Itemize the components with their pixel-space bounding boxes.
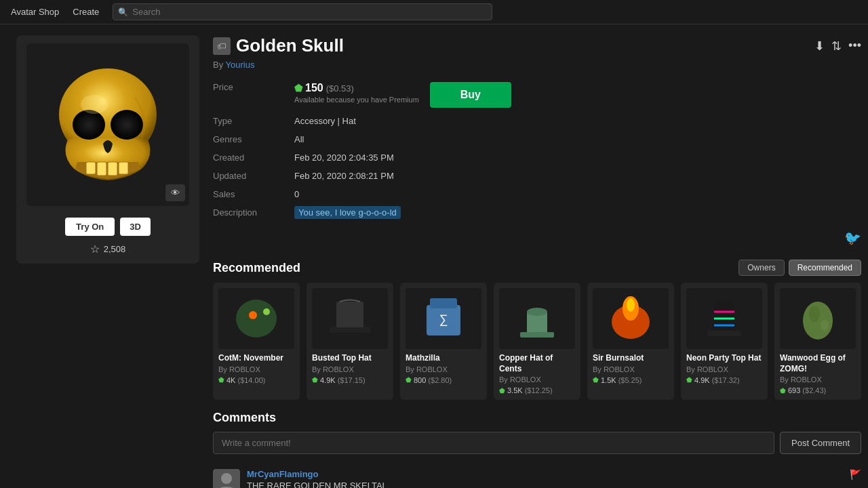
robux-icon-small: ⬟ <box>312 376 318 384</box>
buy-button[interactable]: Buy <box>430 82 511 108</box>
genres-label: Genres <box>213 130 294 148</box>
item-price-usd: ($17.32) <box>712 376 740 384</box>
item-controls: Try On 3D <box>65 218 151 236</box>
create-nav[interactable]: Create <box>73 7 99 17</box>
by-label: By <box>213 60 226 70</box>
svg-point-27 <box>803 302 833 340</box>
sales-row: Sales 0 <box>213 185 861 203</box>
item-card[interactable]: Wanwood Egg of ZOMG! By ROBLOX ⬟ 693 ($2… <box>774 283 861 400</box>
item-card[interactable]: Copper Hat of Cents By ROBLOX ⬟ 3.5K ($1… <box>494 283 580 400</box>
comment-input[interactable] <box>213 432 774 454</box>
more-options-btn[interactable]: ••• <box>848 39 861 53</box>
item-price-usd: ($12.25) <box>525 386 553 394</box>
svg-rect-3 <box>108 162 117 176</box>
twitter-share-btn[interactable]: 🐦 <box>844 230 861 246</box>
svg-rect-17 <box>520 332 554 338</box>
owners-filter-btn[interactable]: Owners <box>738 260 784 276</box>
detail-panel: 🏷 Golden Skull ⬇ ⇅ ••• By Yourius Price <box>213 35 861 254</box>
3d-button[interactable]: 3D <box>120 218 151 236</box>
item-panel: 👁 Try On 3D ☆ 2,508 <box>16 35 199 264</box>
item-card[interactable]: Sir Burnsalot By ROBLOX ⬟ 1.5K ($5.25) <box>587 283 674 400</box>
item-name: Sir Burnsalot <box>593 353 669 364</box>
item-price: ⬟ 1.5K ($5.25) <box>593 376 669 384</box>
created-value: Feb 20, 2020 2:04:35 PM <box>294 148 861 167</box>
item-name: Copper Hat of Cents <box>499 353 575 374</box>
price-row: Price ⬟ 150 ($0.53) Available because yo… <box>213 78 861 112</box>
item-image-area <box>26 43 189 206</box>
description-label: Description <box>213 203 294 222</box>
svg-rect-12 <box>330 327 370 333</box>
favorites-row: ☆ 2,508 <box>90 243 126 256</box>
sales-value: 0 <box>294 185 861 203</box>
robux-icon-small: ⬟ <box>218 376 224 384</box>
item-card[interactable]: Neon Party Top Hat By ROBLOX ⬟ 4.9K ($17… <box>681 283 768 400</box>
robux-icon-small: ⬟ <box>406 376 412 384</box>
item-price-amount: 4K <box>226 376 235 384</box>
item-creator: By ROBLOX <box>218 365 294 373</box>
share-btn[interactable]: ⇅ <box>831 39 842 54</box>
svg-rect-2 <box>97 162 106 176</box>
svg-point-6 <box>111 110 143 140</box>
item-price: ⬟ 4K ($14.00) <box>218 376 294 384</box>
info-table: Price ⬟ 150 ($0.53) Available because yo… <box>213 78 861 222</box>
genres-row: Genres All <box>213 130 861 148</box>
view-toggle-btn[interactable]: 👁 <box>165 184 185 201</box>
item-thumbnail <box>218 288 294 349</box>
post-comment-btn[interactable]: Post Comment <box>780 432 861 454</box>
item-card[interactable]: ∑ Mathzilla By ROBLOX ⬟ 800 ($2.80) <box>400 283 487 400</box>
robux-icon-small: ⬟ <box>686 376 692 384</box>
item-name: Busted Top Hat <box>312 353 388 364</box>
item-price-usd: ($2.80) <box>428 376 452 384</box>
author-link[interactable]: Yourius <box>226 60 255 70</box>
download-btn[interactable]: ⬇ <box>814 39 825 54</box>
premium-note: Available because you have Premium <box>294 96 419 104</box>
updated-label: Updated <box>213 167 294 185</box>
item-creator: By ROBLOX <box>499 375 575 384</box>
svg-point-9 <box>249 311 257 319</box>
item-card[interactable]: CotM: November By ROBLOX ⬟ 4K ($14.00) <box>213 283 300 400</box>
search-wrapper: 🔍 <box>113 3 492 20</box>
created-label: Created <box>213 148 294 167</box>
items-grid: CotM: November By ROBLOX ⬟ 4K ($14.00) B… <box>213 283 861 400</box>
item-name: CotM: November <box>218 353 294 364</box>
item-card[interactable]: Busted Top Hat By ROBLOX ⬟ 4.9K ($17.15) <box>307 283 393 400</box>
recommended-filter-btn[interactable]: Recommended <box>789 260 861 276</box>
item-price-usd: ($14.00) <box>237 376 265 384</box>
try-on-button[interactable]: Try On <box>65 218 115 236</box>
recommended-section: Recommended Owners Recommended CotM: Nov… <box>213 260 861 400</box>
svg-point-28 <box>809 306 820 322</box>
comment-item: MrCyanFlamingo THE RARE GOLDEN MR SKELTA… <box>213 464 861 488</box>
updated-value: Feb 20, 2020 2:08:21 PM <box>294 167 861 185</box>
item-price-usd: ($17.15) <box>338 376 366 384</box>
item-thumbnail <box>593 288 669 349</box>
item-price-amount: 4.9K <box>694 376 710 384</box>
avatar-shop-nav[interactable]: Avatar Shop <box>11 7 59 17</box>
svg-point-21 <box>627 298 635 312</box>
svg-point-10 <box>263 308 270 315</box>
robux-icon-small: ⬟ <box>780 387 786 394</box>
updated-row: Updated Feb 20, 2020 2:08:21 PM <box>213 167 861 185</box>
item-creator: By ROBLOX <box>780 375 856 384</box>
item-price-amount: 4.9K <box>320 376 336 384</box>
item-price: ⬟ 4.9K ($17.15) <box>312 376 388 384</box>
item-name: Mathzilla <box>406 353 481 364</box>
item-price-amount: 800 <box>414 376 426 384</box>
created-row: Created Feb 20, 2020 2:04:35 PM <box>213 148 861 167</box>
item-creator: By ROBLOX <box>593 365 669 373</box>
item-thumbnail <box>312 288 388 349</box>
flag-btn[interactable]: 🚩 <box>850 469 861 480</box>
top-nav: Avatar Shop Create 🔍 <box>0 0 868 24</box>
comment-avatar <box>213 469 240 488</box>
price-usd: ($0.53) <box>326 83 354 94</box>
item-badge-icon: 🏷 <box>213 37 231 55</box>
comments-list: MrCyanFlamingo THE RARE GOLDEN MR SKELTA… <box>213 464 861 488</box>
svg-rect-14 <box>430 298 457 308</box>
comment-username[interactable]: MrCyanFlamingo <box>247 469 843 479</box>
robux-icon: ⬟ <box>294 83 302 94</box>
item-price-amount: 693 <box>788 386 800 394</box>
svg-rect-22 <box>714 302 734 332</box>
type-value: Accessory | Hat <box>294 112 861 130</box>
search-input[interactable] <box>113 3 492 20</box>
item-name: Wanwood Egg of ZOMG! <box>780 353 856 374</box>
svg-point-29 <box>821 320 829 331</box>
